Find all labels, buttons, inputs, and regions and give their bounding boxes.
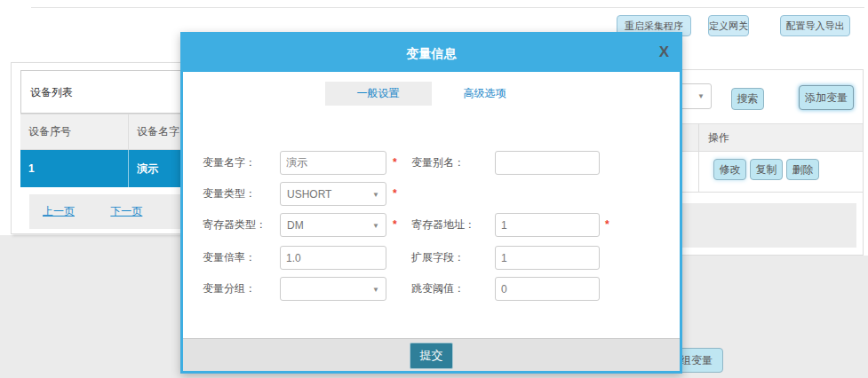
copy-button[interactable]: 复制 bbox=[750, 159, 783, 180]
submit-button[interactable]: 提交 bbox=[410, 343, 453, 369]
chevron-down-icon: ▼ bbox=[697, 84, 705, 108]
config-import-export-button[interactable]: 配置导入导出 bbox=[780, 15, 850, 36]
chevron-down-icon: ▼ bbox=[372, 214, 379, 238]
variable-type-label: 变量类型： bbox=[203, 182, 283, 206]
variable-rate-input[interactable] bbox=[280, 246, 386, 270]
variable-alias-input[interactable] bbox=[495, 151, 600, 175]
variable-type-select[interactable]: USHORT ▼ bbox=[280, 182, 386, 206]
threshold-label: 跳变阈值： bbox=[411, 277, 491, 301]
required-asterisk: * bbox=[393, 182, 397, 206]
prev-page-link[interactable]: 上一页 bbox=[43, 205, 75, 217]
variable-name-input[interactable] bbox=[280, 151, 386, 175]
register-type-value: DM bbox=[287, 214, 304, 238]
modal-footer: 提交 bbox=[183, 338, 680, 371]
device-list-title: 设备列表 bbox=[30, 85, 73, 100]
operation-column-header: 操作 bbox=[708, 123, 729, 152]
register-address-input[interactable] bbox=[495, 213, 600, 237]
delete-button[interactable]: 删除 bbox=[786, 159, 819, 180]
variable-name-label: 变量名字： bbox=[203, 151, 283, 175]
device-seq-column-header: 设备序号 bbox=[20, 114, 129, 149]
operation-column-divider bbox=[698, 123, 699, 192]
ext-field-label: 扩展字段： bbox=[411, 246, 491, 270]
define-gateway-button[interactable]: 定义网关 bbox=[708, 15, 749, 36]
device-name-cell: 演示 bbox=[129, 161, 158, 177]
chevron-down-icon: ▼ bbox=[372, 278, 379, 302]
close-icon[interactable]: X bbox=[659, 43, 669, 61]
required-asterisk: * bbox=[605, 213, 609, 237]
required-asterisk: * bbox=[393, 213, 397, 237]
next-page-link[interactable]: 下一页 bbox=[110, 205, 142, 217]
ext-field-input[interactable] bbox=[495, 246, 600, 270]
threshold-input[interactable] bbox=[495, 277, 600, 301]
modal-title: 变量信息 bbox=[183, 35, 680, 72]
search-button[interactable]: 搜索 bbox=[731, 88, 764, 110]
variable-alias-label: 变量别名： bbox=[411, 151, 491, 175]
device-seq-cell: 1 bbox=[20, 150, 129, 187]
variable-rate-label: 变量倍率： bbox=[203, 246, 283, 270]
register-type-label: 寄存器类型： bbox=[203, 213, 283, 237]
add-variable-button[interactable]: 添加变量 bbox=[799, 85, 854, 110]
variable-info-modal: 变量信息 X 一般设置 高级选项 变量名字： * 变量别名： 变量类型： USH… bbox=[180, 32, 682, 374]
register-address-label: 寄存器地址： bbox=[411, 213, 491, 237]
register-type-select[interactable]: DM ▼ bbox=[280, 213, 386, 237]
required-asterisk: * bbox=[393, 151, 397, 175]
chevron-down-icon: ▼ bbox=[372, 183, 379, 207]
variable-group-select[interactable]: ▼ bbox=[280, 277, 386, 301]
modify-button[interactable]: 修改 bbox=[713, 159, 746, 180]
modal-tabs: 一般设置 高级选项 bbox=[183, 82, 680, 106]
variable-type-value: USHORT bbox=[287, 183, 331, 207]
tab-advanced-options[interactable]: 高级选项 bbox=[432, 82, 538, 106]
variable-group-label: 变量分组： bbox=[203, 277, 283, 301]
device-name-column-header: 设备名字 bbox=[129, 124, 179, 139]
app-root: 重启采集程序 定义网关 配置导入导出 设备列表 设备序号 设备名字 1 演示 上… bbox=[0, 0, 868, 378]
top-divider bbox=[31, 7, 864, 8]
tab-general-settings[interactable]: 一般设置 bbox=[325, 82, 432, 106]
modal-header: 变量信息 X bbox=[183, 35, 680, 72]
